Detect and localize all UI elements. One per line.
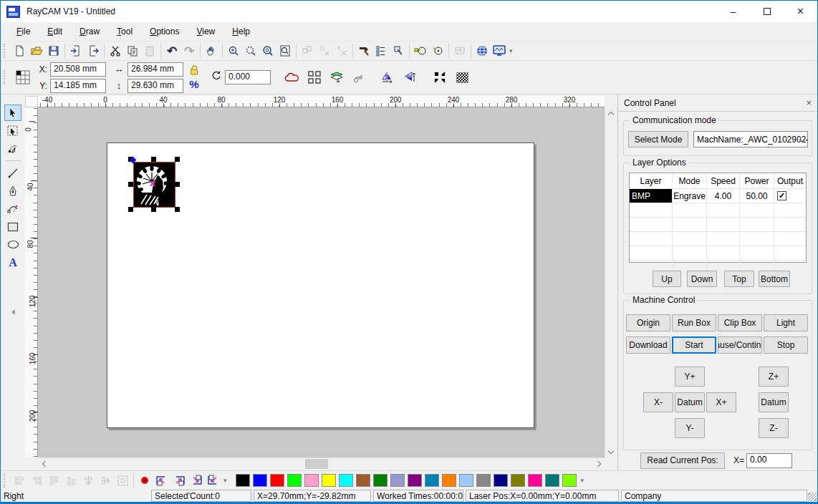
pick-tool-icon[interactable]: [355, 43, 372, 59]
layer-down-button[interactable]: Down: [687, 271, 717, 287]
toolbar-overflow-caret[interactable]: ▾: [223, 477, 227, 484]
layer-table[interactable]: Layer Mode Speed Power Output BMP Engrav…: [629, 173, 807, 263]
rotation-input[interactable]: 0.000: [225, 70, 271, 84]
align-right-icon[interactable]: [28, 472, 45, 488]
palette-color[interactable]: [476, 474, 491, 487]
palette-color[interactable]: [373, 474, 388, 487]
palette-color[interactable]: [545, 474, 559, 487]
layer-up-button[interactable]: Up: [653, 271, 681, 287]
ungroup-icon[interactable]: [316, 43, 333, 59]
x-position-input[interactable]: 20.508 mm: [50, 62, 106, 77]
menu-tool[interactable]: Tool: [108, 24, 141, 39]
mirror-vertical-icon[interactable]: [400, 69, 420, 86]
menu-options[interactable]: Options: [141, 24, 188, 39]
palette-color[interactable]: [528, 474, 542, 487]
pan-hand-icon[interactable]: [203, 43, 220, 59]
laser-position-icon[interactable]: [136, 472, 153, 488]
maximize-button[interactable]: [750, 1, 784, 22]
send-to-machine-icon[interactable]: [451, 43, 468, 59]
array-copy-icon[interactable]: [304, 69, 324, 86]
anchor-top-left-icon[interactable]: [153, 472, 170, 488]
menu-view[interactable]: View: [188, 24, 223, 39]
palette-color[interactable]: [511, 474, 525, 487]
palette-color[interactable]: [270, 474, 284, 487]
zoom-page-icon[interactable]: [276, 43, 294, 59]
param-list-icon[interactable]: [372, 43, 390, 59]
align-center-v-icon[interactable]: [97, 472, 114, 488]
layer-mode-cell[interactable]: Engrave: [673, 189, 707, 203]
pick-param-icon[interactable]: [390, 43, 407, 59]
jog-x-plus-button[interactable]: X+: [706, 392, 736, 412]
bezier-tool[interactable]: [4, 200, 21, 217]
align-bottom-icon[interactable]: [62, 472, 80, 488]
redo-icon[interactable]: ↷: [181, 43, 198, 59]
text-tool[interactable]: A: [4, 254, 21, 271]
invert-arrows-icon[interactable]: [430, 69, 450, 86]
new-file-icon[interactable]: [11, 43, 28, 59]
palette-color[interactable]: [442, 474, 456, 487]
canvas-viewport[interactable]: ✕: [38, 107, 605, 457]
network-globe-icon[interactable]: [473, 43, 491, 59]
scroll-down-button[interactable]: [605, 446, 617, 457]
anchor-bottom-left-icon[interactable]: [205, 472, 222, 488]
selection-handle-ne[interactable]: [175, 157, 180, 162]
palette-color[interactable]: [287, 474, 302, 487]
jog-x-minus-button[interactable]: X-: [643, 392, 673, 412]
palette-overflow-caret[interactable]: ▾: [581, 477, 584, 484]
mirror-horizontal-icon[interactable]: [377, 69, 398, 86]
selection-handle-n[interactable]: [151, 157, 156, 162]
copy-icon[interactable]: [124, 43, 141, 59]
rotate-hand-icon[interactable]: [349, 69, 369, 86]
layer-color-cell[interactable]: BMP: [630, 189, 673, 203]
menu-help[interactable]: Help: [223, 24, 259, 39]
ungroup-all-icon[interactable]: [333, 43, 350, 59]
download-button[interactable]: Download: [626, 336, 670, 354]
layer-output-cell[interactable]: ✓: [774, 189, 806, 203]
menu-draw[interactable]: Draw: [71, 24, 108, 39]
center-in-page-icon[interactable]: [114, 472, 131, 488]
aspect-lock-icon[interactable]: [189, 65, 199, 78]
output-checkbox[interactable]: ✓: [777, 191, 786, 200]
anchor-grid-icon[interactable]: [13, 69, 33, 86]
preview-monitor-icon[interactable]: [491, 43, 508, 59]
jog-y-plus-button[interactable]: Y+: [675, 367, 705, 387]
select-tool[interactable]: [4, 105, 21, 121]
minimize-button[interactable]: –: [716, 1, 750, 22]
layer-power-cell[interactable]: 50.00: [740, 189, 774, 203]
export-icon[interactable]: [85, 43, 102, 59]
scrollbar-thumb[interactable]: [305, 459, 328, 469]
light-button[interactable]: Light: [764, 314, 808, 331]
palette-color[interactable]: [322, 474, 336, 487]
scroll-up-button[interactable]: [605, 107, 617, 119]
palette-color[interactable]: [459, 474, 473, 487]
outline-cloud-icon[interactable]: [282, 69, 302, 86]
selection-handle-se[interactable]: [175, 207, 180, 212]
group-icon[interactable]: [299, 43, 316, 59]
paste-icon[interactable]: [141, 43, 158, 59]
jog-datum-z-button[interactable]: Datum: [759, 392, 789, 412]
save-icon[interactable]: [45, 43, 62, 59]
current-x-input[interactable]: 0.00: [746, 453, 792, 468]
jog-y-minus-button[interactable]: Y-: [675, 418, 705, 438]
node-edit-circle-icon[interactable]: [412, 43, 429, 59]
palette-color[interactable]: [236, 474, 250, 487]
align-left-icon[interactable]: [11, 472, 28, 488]
dither-pattern-icon[interactable]: [452, 69, 472, 86]
jog-z-plus-button[interactable]: Z+: [759, 367, 789, 387]
machine-name-dropdown[interactable]: MachName:_AWC_01029024: [693, 131, 808, 147]
scroll-left-button[interactable]: [38, 458, 49, 470]
vertical-scrollbar[interactable]: [605, 107, 616, 457]
marquee-select-tool[interactable]: [4, 122, 21, 139]
pen-tool[interactable]: [4, 183, 21, 199]
read-current-pos-button[interactable]: Read Current Pos:: [640, 452, 725, 469]
panel-close-icon[interactable]: ×: [806, 97, 812, 108]
layer-stack-icon[interactable]: [327, 69, 347, 86]
palette-color[interactable]: [356, 474, 370, 487]
zoom-marquee-icon[interactable]: [242, 43, 259, 59]
rotate-icon[interactable]: [211, 70, 222, 84]
palette-color[interactable]: [408, 474, 422, 487]
palette-color[interactable]: [425, 474, 439, 487]
y-position-input[interactable]: 14.185 mm: [50, 79, 106, 93]
selection-handle-sw[interactable]: [128, 207, 133, 212]
node-edit-tool[interactable]: [4, 140, 21, 157]
